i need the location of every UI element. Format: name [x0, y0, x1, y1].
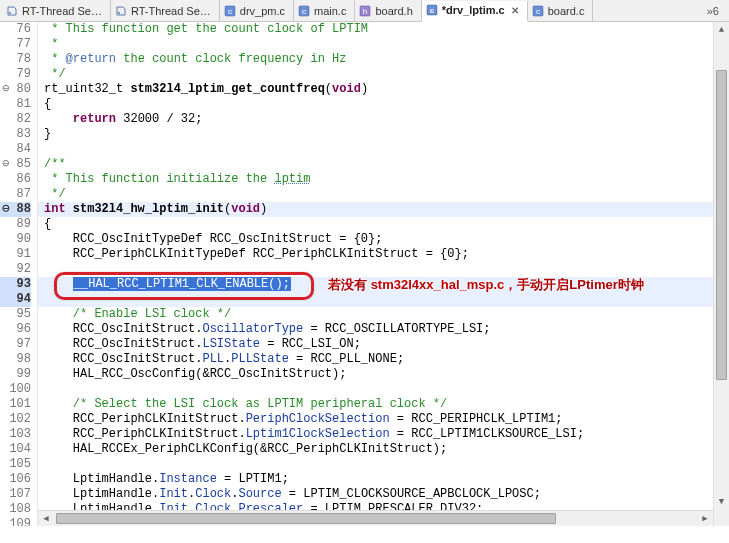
code-line[interactable]: /** — [44, 157, 713, 172]
code-token: Lptim1ClockSelection — [246, 427, 390, 441]
code-line[interactable] — [44, 142, 713, 157]
scroll-up-icon[interactable]: ▲ — [714, 22, 729, 38]
code-area[interactable]: 若没有 stm32l4xx_hal_msp.c，手动开启LPtimer时钟 * … — [38, 22, 713, 526]
vertical-scroll-thumb[interactable] — [716, 70, 727, 380]
scroll-down-icon[interactable]: ▼ — [714, 494, 729, 510]
line-number: 82 — [0, 112, 31, 127]
line-number: ⊖ 88 — [0, 202, 31, 217]
line-number: 83 — [0, 127, 31, 142]
code-line[interactable]: LptimHandle.Init.Clock.Source = LPTIM_CL… — [44, 487, 713, 502]
line-number: 91 — [0, 247, 31, 262]
code-line[interactable]: int stm32l4_hw_lptim_init(void) — [44, 202, 713, 217]
file-icon: c — [224, 5, 236, 17]
line-number: 105 — [0, 457, 31, 472]
line-number: 98 — [0, 352, 31, 367]
tab-4[interactable]: hboard.h — [355, 0, 421, 21]
line-number: 76 — [0, 22, 31, 37]
code-line[interactable]: /* Select the LSI clock as LPTIM periphe… — [44, 397, 713, 412]
code-line[interactable]: * — [44, 37, 713, 52]
code-token: PLLState — [231, 352, 289, 366]
code-token: = RCC_LSI_ON; — [260, 337, 361, 351]
line-number: 90 — [0, 232, 31, 247]
line-number: 106 — [0, 472, 31, 487]
horizontal-scroll-thumb[interactable] — [56, 513, 556, 524]
code-line[interactable]: HAL_RCCEx_PeriphCLKConfig(&RCC_PeriphCLK… — [44, 442, 713, 457]
line-number: 109 — [0, 517, 31, 526]
code-token: = RCC_OSCILLATORTYPE_LSI; — [303, 322, 490, 336]
code-line[interactable]: { — [44, 217, 713, 232]
tab-overflow-button[interactable]: »6 — [697, 5, 729, 17]
code-line[interactable]: RCC_OscInitTypeDef RCC_OscInitStruct = {… — [44, 232, 713, 247]
horizontal-scrollbar[interactable]: ◀ ▶ — [38, 510, 713, 526]
code-editor[interactable]: 76777879⊖ 8081828384⊖ 858687⊖ 8889909192… — [0, 22, 729, 526]
code-line[interactable]: RCC_OscInitStruct.LSIState = RCC_LSI_ON; — [44, 337, 713, 352]
tab-1[interactable]: RT-Thread Se… — [111, 0, 220, 21]
code-line[interactable]: __HAL_RCC_LPTIM1_CLK_ENABLE(); — [44, 277, 713, 292]
code-line[interactable]: rt_uint32_t stm32l4_lptim_get_countfreq(… — [44, 82, 713, 97]
tab-2[interactable]: cdrv_pm.c — [220, 0, 294, 21]
scroll-right-icon[interactable]: ▶ — [697, 511, 713, 526]
code-line[interactable]: LptimHandle.Instance = LPTIM1; — [44, 472, 713, 487]
code-line[interactable]: */ — [44, 67, 713, 82]
code-token: ) — [260, 202, 267, 216]
code-token: = RCC_LPTIM1CLKSOURCE_LSI; — [390, 427, 584, 441]
code-token — [44, 112, 73, 126]
close-icon[interactable]: ✕ — [511, 5, 519, 16]
tab-label: main.c — [314, 5, 346, 17]
code-token: 32000 / 32; — [116, 112, 202, 126]
code-line[interactable]: * @return the count clock frequency in H… — [44, 52, 713, 67]
vertical-scrollbar[interactable]: ▲ ▼ — [713, 22, 729, 526]
code-token: RCC_OscInitStruct. — [44, 352, 202, 366]
code-line[interactable]: RCC_PeriphCLKInitStruct.PeriphClockSelec… — [44, 412, 713, 427]
file-icon: c — [532, 5, 544, 17]
code-line[interactable]: RCC_OscInitStruct.PLL.PLLState = RCC_PLL… — [44, 352, 713, 367]
tab-0[interactable]: RT-Thread Se… — [2, 0, 111, 21]
scroll-left-icon[interactable]: ◀ — [38, 511, 54, 526]
code-line[interactable]: RCC_PeriphCLKInitTypeDef RCC_PeriphCLKIn… — [44, 247, 713, 262]
code-line[interactable]: { — [44, 97, 713, 112]
code-token: __HAL_RCC_LPTIM1_CLK_ENABLE(); — [73, 277, 291, 291]
code-line[interactable] — [44, 262, 713, 277]
code-token: RCC_OscInitStruct. — [44, 337, 202, 351]
code-line[interactable] — [44, 382, 713, 397]
code-line[interactable]: * This function initialize the lptim — [44, 172, 713, 187]
code-line[interactable]: * This function get the count clock of L… — [44, 22, 713, 37]
code-token: stm32l4_lptim_get_countfreq — [130, 82, 324, 96]
svg-text:c: c — [302, 7, 306, 16]
svg-point-1 — [118, 12, 120, 14]
code-token: = LPTIM1; — [217, 472, 289, 486]
code-token: @return — [66, 52, 116, 66]
file-icon — [115, 5, 127, 17]
svg-text:h: h — [363, 7, 367, 16]
code-token: PeriphClockSelection — [246, 412, 390, 426]
line-number: 102 — [0, 412, 31, 427]
code-token: RCC_PeriphCLKInitStruct. — [44, 427, 246, 441]
file-icon: c — [426, 4, 438, 16]
code-line[interactable]: return 32000 / 32; — [44, 112, 713, 127]
code-token: /* Select the LSI clock as LPTIM periphe… — [44, 397, 447, 411]
tab-5[interactable]: c*drv_lptim.c✕ — [422, 1, 528, 22]
line-number: 81 — [0, 97, 31, 112]
line-number: 87 — [0, 187, 31, 202]
line-number: 84 — [0, 142, 31, 157]
svg-text:c: c — [228, 7, 232, 16]
code-line[interactable]: /* Enable LSI clock */ — [44, 307, 713, 322]
code-token: */ — [44, 67, 66, 81]
code-line[interactable]: RCC_OscInitStruct.OscillatorType = RCC_O… — [44, 322, 713, 337]
tab-6[interactable]: cboard.c — [528, 0, 594, 21]
code-line[interactable] — [44, 292, 713, 307]
line-number: ⊖ 85 — [0, 157, 31, 172]
code-token: Instance — [159, 472, 217, 486]
code-line[interactable] — [44, 457, 713, 472]
code-line[interactable]: HAL_RCC_OscConfig(&RCC_OscInitStruct); — [44, 367, 713, 382]
tab-label: RT-Thread Se… — [131, 5, 211, 17]
code-line[interactable]: } — [44, 127, 713, 142]
line-number: 86 — [0, 172, 31, 187]
line-number: 93 — [0, 277, 31, 292]
code-token: void — [332, 82, 361, 96]
code-token: return — [73, 112, 116, 126]
line-number: 79 — [0, 67, 31, 82]
code-line[interactable]: RCC_PeriphCLKInitStruct.Lptim1ClockSelec… — [44, 427, 713, 442]
tab-3[interactable]: cmain.c — [294, 0, 355, 21]
code-line[interactable]: */ — [44, 187, 713, 202]
